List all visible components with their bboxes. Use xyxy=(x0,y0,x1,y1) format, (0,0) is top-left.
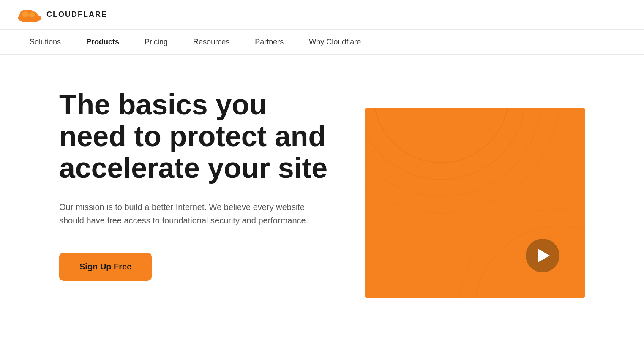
svg-point-11 xyxy=(458,209,585,298)
logo[interactable]: CLOUDFLARE xyxy=(17,6,107,23)
hero-video-thumbnail[interactable] xyxy=(365,108,585,298)
cloudflare-logo-icon xyxy=(17,6,42,23)
nav-item-why-cloudflare[interactable]: Why Cloudflare xyxy=(296,30,374,55)
nav-item-partners[interactable]: Partners xyxy=(242,30,296,55)
svg-point-8 xyxy=(365,108,543,196)
site-header: CLOUDFLARE xyxy=(0,0,644,30)
svg-point-7 xyxy=(365,108,526,180)
svg-point-5 xyxy=(29,12,35,17)
hero-left: The basics you need to protect and accel… xyxy=(59,89,365,281)
main-content: The basics you need to protect and accel… xyxy=(0,55,644,342)
svg-point-6 xyxy=(374,108,509,163)
video-play-button[interactable] xyxy=(526,239,559,272)
svg-point-4 xyxy=(22,11,29,17)
svg-point-9 xyxy=(365,108,559,213)
play-icon xyxy=(538,249,550,262)
hero-title: The basics you need to protect and accel… xyxy=(59,89,331,183)
signup-button[interactable]: Sign Up Free xyxy=(59,253,152,281)
main-nav: Solutions Products Pricing Resources Par… xyxy=(0,30,644,55)
nav-item-resources[interactable]: Resources xyxy=(180,30,242,55)
nav-item-pricing[interactable]: Pricing xyxy=(132,30,180,55)
logo-text: CLOUDFLARE xyxy=(46,10,107,19)
nav-item-products[interactable]: Products xyxy=(74,30,132,55)
nav-item-solutions[interactable]: Solutions xyxy=(17,30,74,55)
hero-description: Our mission is to build a better Interne… xyxy=(59,200,321,227)
